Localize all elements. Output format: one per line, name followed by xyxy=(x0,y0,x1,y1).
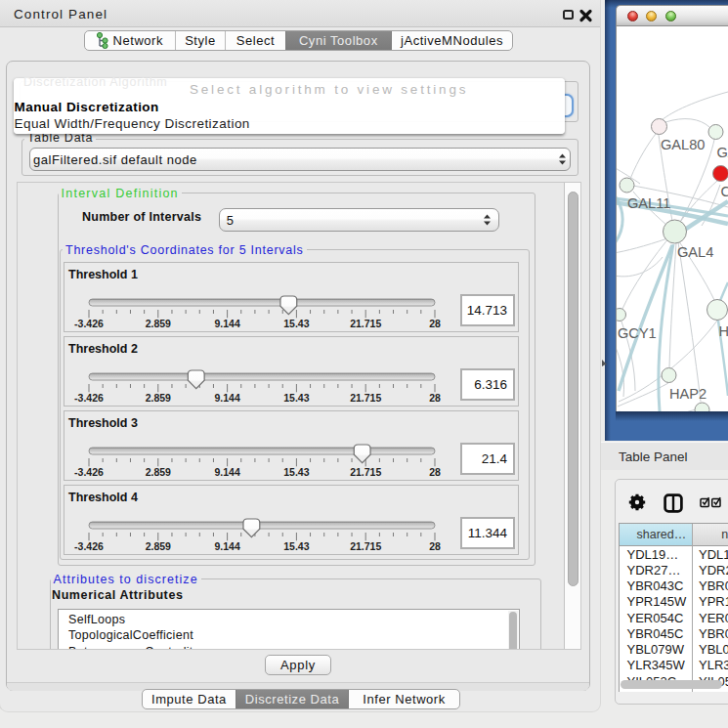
svg-text:28: 28 xyxy=(429,318,441,329)
svg-text:21.715: 21.715 xyxy=(350,392,381,404)
svg-text:GA: GA xyxy=(717,145,728,160)
svg-text:2.859: 2.859 xyxy=(146,540,171,552)
svg-text:-3.426: -3.426 xyxy=(74,540,104,552)
svg-text:9.144: 9.144 xyxy=(214,392,239,404)
svg-text:2.859: 2.859 xyxy=(146,318,171,329)
svg-text:9.144: 9.144 xyxy=(214,466,239,478)
svg-text:GAL4: GAL4 xyxy=(677,244,713,260)
svg-text:21.715: 21.715 xyxy=(350,540,381,552)
svg-text:28: 28 xyxy=(429,392,441,404)
svg-text:GAL11: GAL11 xyxy=(627,195,670,211)
svg-text:-3.426: -3.426 xyxy=(74,318,104,329)
svg-text:-3.426: -3.426 xyxy=(74,466,104,478)
svg-text:2.859: 2.859 xyxy=(146,466,171,478)
svg-text:9.144: 9.144 xyxy=(214,540,239,552)
svg-text:15.43: 15.43 xyxy=(283,540,309,552)
svg-text:GAL80: GAL80 xyxy=(661,137,705,152)
svg-text:H: H xyxy=(719,323,728,339)
svg-text:15.43: 15.43 xyxy=(283,318,309,329)
svg-text:9.144: 9.144 xyxy=(214,318,239,329)
svg-text:28: 28 xyxy=(429,540,441,552)
svg-text:-3.426: -3.426 xyxy=(74,392,104,404)
svg-text:GCY1: GCY1 xyxy=(618,325,657,341)
svg-text:15.43: 15.43 xyxy=(283,466,309,478)
svg-text:15.43: 15.43 xyxy=(283,392,309,404)
svg-text:CY: CY xyxy=(721,184,728,199)
svg-text:21.715: 21.715 xyxy=(350,466,381,478)
svg-text:28: 28 xyxy=(429,466,441,478)
svg-text:HAP2: HAP2 xyxy=(669,386,707,402)
svg-text:21.715: 21.715 xyxy=(350,318,381,329)
svg-text:2.859: 2.859 xyxy=(146,392,171,404)
